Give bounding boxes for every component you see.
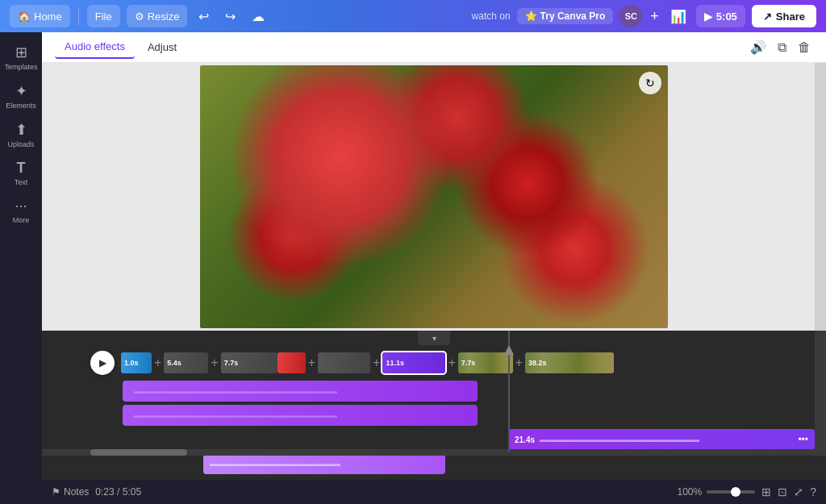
watch-on-label: watch on (472, 10, 511, 22)
canvas-area: ↻ (42, 63, 826, 331)
flag-icon: ⚑ (52, 486, 60, 498)
clip-plus-3[interactable]: + (306, 356, 318, 370)
text-icon: T (17, 160, 26, 177)
clip-plus-5[interactable]: + (445, 356, 457, 370)
elements-label: Elements (6, 102, 36, 110)
resize-label: Resize (148, 10, 180, 23)
timeline-scroll-horizontal[interactable] (42, 449, 815, 456)
notes-button[interactable]: ⚑ Notes (52, 486, 89, 498)
zoom-thumb[interactable] (731, 487, 740, 497)
templates-icon: ⊞ (15, 44, 27, 61)
clip-5[interactable] (318, 352, 370, 373)
home-button[interactable]: 🏠 Home (10, 5, 70, 27)
clip-1-label: 1.0s (124, 359, 139, 367)
undo-button[interactable]: ↩ (194, 6, 214, 27)
grid-view-icon[interactable]: ⊞ (761, 485, 771, 498)
sidebar: ⊞ Templates ✦ Elements ⬆ Uploads T Text … (0, 32, 42, 504)
canva-pro-label: Try Canva Pro (540, 10, 606, 22)
clip-plus-4[interactable]: + (370, 356, 382, 370)
share-button[interactable]: ↗ Share (752, 5, 816, 27)
templates-label: Templates (4, 63, 37, 71)
audio-track-4[interactable]: ▬▬▬▬▬▬▬▬▬▬▬▬▬▬▬▬▬▬ (203, 453, 445, 474)
resize-button[interactable]: ⚙ Resize (127, 5, 188, 27)
file-label: File (95, 10, 112, 23)
uploads-icon: ⬆ (15, 121, 27, 139)
clip-7[interactable]: 7.7s (458, 352, 513, 373)
redo-button[interactable]: ↪ (220, 6, 240, 27)
timeline-collapse-button[interactable]: ▾ (418, 331, 450, 345)
track-3-menu[interactable]: ••• (798, 434, 808, 445)
text-label: Text (15, 178, 28, 186)
home-label: Home (34, 10, 62, 23)
main-layout: ⊞ Templates ✦ Elements ⬆ Uploads T Text … (0, 32, 826, 504)
top-navigation: 🏠 Home File ⚙ Resize ↩ ↪ ☁ watch on ⭐ Tr… (0, 0, 826, 32)
timeline-play-button[interactable]: ▶ (90, 351, 115, 375)
resize-icon: ⚙ (135, 10, 144, 23)
timeline-scroll-vertical[interactable] (815, 331, 826, 456)
home-icon: 🏠 (18, 10, 31, 23)
sidebar-item-text[interactable]: T Text (2, 155, 40, 191)
add-button[interactable]: + (649, 8, 661, 25)
zoom-slider[interactable] (707, 490, 755, 494)
sidebar-item-uploads[interactable]: ⬆ Uploads (2, 116, 40, 153)
nav-separator (78, 7, 79, 25)
clip-plus-2[interactable]: + (208, 356, 220, 370)
zoom-percent: 100% (678, 486, 703, 498)
toolbar-right: 🔊 ⧉ 🗑 (748, 37, 813, 57)
playhead[interactable] (508, 331, 510, 452)
sound-icon[interactable]: 🔊 (748, 37, 769, 57)
clip-6-label: 11.1s (386, 359, 404, 367)
clip-3-label: 7.7s (224, 359, 239, 367)
avatar[interactable]: SC (620, 5, 642, 27)
expand-icon[interactable]: ⤢ (794, 485, 803, 498)
elements-icon: ✦ (15, 82, 27, 100)
audio-track-1[interactable]: ▬▬▬▬▬▬▬▬▬▬▬▬▬▬▬▬▬▬▬▬▬▬▬▬▬▬▬▬ (123, 381, 478, 402)
copy-icon[interactable]: ⧉ (775, 38, 789, 57)
share-label: Share (776, 10, 805, 23)
waveform-2: ▬▬▬▬▬▬▬▬▬▬▬▬▬▬▬▬▬▬▬▬▬▬▬▬▬▬▬▬ (123, 405, 478, 426)
clip-plus-1[interactable]: + (152, 356, 164, 370)
clip-8[interactable]: 38.2s (525, 352, 614, 373)
analytics-button[interactable]: 📊 (667, 6, 690, 27)
file-button[interactable]: File (87, 5, 120, 27)
trash-icon[interactable]: 🗑 (795, 38, 813, 57)
play-icon: ▶ (704, 10, 712, 23)
canva-pro-button[interactable]: ⭐ Try Canva Pro (517, 8, 614, 24)
clip-7-label: 7.7s (461, 359, 476, 367)
tab-adjust[interactable]: Adjust (138, 36, 186, 58)
sidebar-item-elements[interactable]: ✦ Elements (2, 77, 40, 115)
audio-track-2[interactable]: ▬▬▬▬▬▬▬▬▬▬▬▬▬▬▬▬▬▬▬▬▬▬▬▬▬▬▬▬ (123, 405, 478, 426)
sidebar-item-more[interactable]: ··· More (2, 193, 40, 229)
properties-toolbar: Audio effects Adjust 🔊 ⧉ 🗑 (42, 32, 826, 63)
uploads-label: Uploads (7, 140, 34, 148)
notes-label: Notes (64, 486, 89, 498)
clip-3[interactable]: 7.7s (221, 352, 277, 373)
clip-strip: ▶ 1.0s + 5.4s + 7.7s + (42, 345, 826, 376)
fit-to-screen-icon[interactable]: ⊡ (778, 485, 787, 498)
clip-2[interactable]: 5.4s (164, 352, 208, 373)
clip-4[interactable] (277, 352, 306, 373)
clip-1[interactable]: 1.0s (121, 352, 152, 373)
clip-plus-6[interactable]: + (513, 356, 525, 370)
bottom-bar: ⚑ Notes 0:23 / 5:05 100% ⊞ ⊡ ⤢ ? (42, 480, 826, 504)
clip-6[interactable]: 11.1s (382, 352, 445, 373)
clip-2-label: 5.4s (167, 359, 181, 367)
video-canvas[interactable]: ↻ (200, 65, 668, 328)
video-frame (200, 65, 668, 328)
star-icon: ⭐ (525, 10, 537, 22)
tab-audio-effects[interactable]: Audio effects (55, 35, 135, 59)
share-icon: ↗ (763, 10, 772, 23)
cloud-save-button[interactable]: ☁ (247, 6, 269, 27)
play-time-button[interactable]: ▶ 5:05 (696, 5, 745, 27)
refresh-button[interactable]: ↻ (639, 72, 661, 94)
canvas-scrollbar[interactable] (815, 63, 826, 331)
help-icon[interactable]: ? (810, 485, 816, 498)
audio-track-3[interactable]: 21.4s ▬▬▬▬▬▬▬▬▬▬▬▬▬▬▬▬▬▬▬▬▬▬ ••• (508, 429, 815, 450)
time-label: 5:05 (716, 10, 737, 23)
clip-8-label: 38.2s (528, 359, 547, 367)
zoom-control: 100% (678, 486, 756, 498)
sidebar-item-templates[interactable]: ⊞ Templates (2, 39, 40, 76)
timeline-scroll-thumb[interactable] (90, 449, 187, 456)
time-display: 0:23 / 5:05 (95, 486, 141, 498)
editor-area: Audio effects Adjust 🔊 ⧉ 🗑 ↻ ▾ ▶ (42, 32, 826, 504)
